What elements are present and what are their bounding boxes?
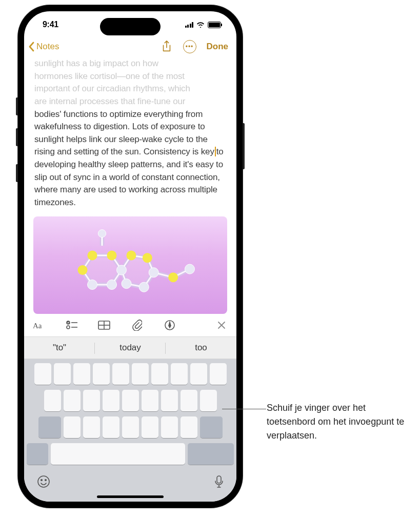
svg-point-13 (87, 280, 97, 289)
blank-key[interactable] (210, 363, 227, 385)
back-button[interactable]: Notes (28, 41, 59, 52)
keyboard-trackpad-mode[interactable] (24, 359, 236, 502)
suggestion-bar: "to" today too (24, 336, 236, 359)
blank-key[interactable] (200, 390, 217, 411)
svg-point-37 (45, 479, 47, 481)
svg-point-14 (126, 250, 136, 260)
nav-bar: Notes ••• Done (24, 38, 236, 57)
blank-shift-key[interactable] (38, 416, 61, 438)
text-cursor (215, 147, 216, 156)
blank-key[interactable] (142, 416, 158, 438)
blank-key[interactable] (103, 390, 119, 411)
svg-point-36 (41, 479, 43, 481)
back-label: Notes (36, 42, 59, 52)
checklist-icon (66, 321, 77, 330)
blank-key[interactable] (93, 363, 110, 385)
chevron-left-icon (28, 41, 35, 52)
suggestion-3[interactable]: too (166, 337, 236, 359)
svg-point-9 (87, 250, 97, 260)
blank-key[interactable] (190, 363, 207, 385)
blank-space-key[interactable] (51, 443, 185, 465)
kb-row-2 (27, 390, 234, 411)
suggestion-2[interactable]: today (95, 337, 166, 359)
note-attached-image[interactable] (33, 216, 227, 314)
blank-delete-key[interactable] (200, 416, 223, 438)
svg-rect-38 (217, 476, 221, 483)
status-icons (185, 22, 222, 28)
blank-key[interactable] (151, 363, 168, 385)
note-body[interactable]: sunlight has a big impact on how hormone… (24, 57, 236, 209)
molecule-graphic (43, 226, 217, 304)
kb-row-4 (27, 443, 234, 465)
blank-123-key[interactable] (27, 443, 48, 465)
blank-key[interactable] (64, 390, 81, 411)
kb-row-1 (27, 363, 234, 385)
suggestion-1[interactable]: "to" (24, 337, 95, 359)
share-icon (162, 41, 172, 53)
status-time: 9:41 (43, 20, 58, 29)
callout-text: Schuif je vinger over het toetsenbord om… (267, 401, 410, 443)
note-text-pre: bodies' functions to optimize everything… (34, 109, 214, 157)
blank-key[interactable] (122, 416, 139, 438)
blank-key[interactable] (54, 363, 71, 385)
dictation-button[interactable] (214, 475, 224, 490)
blank-key[interactable] (122, 390, 139, 411)
table-button[interactable] (97, 318, 111, 332)
svg-point-27 (67, 326, 70, 329)
svg-point-35 (38, 476, 49, 487)
blank-key[interactable] (181, 390, 197, 411)
text-format-icon: Aa (33, 320, 45, 330)
blank-key[interactable] (181, 416, 197, 438)
emoji-button[interactable] (37, 475, 50, 490)
ellipsis-icon: ••• (186, 43, 194, 50)
blank-key[interactable] (64, 416, 81, 438)
svg-point-16 (149, 267, 158, 277)
done-button[interactable]: Done (207, 42, 229, 52)
checklist-button[interactable] (65, 318, 78, 332)
kb-bottom-row (27, 470, 234, 491)
markup-button[interactable] (163, 318, 176, 332)
table-icon (98, 321, 110, 330)
kb-row-3 (27, 416, 234, 438)
phone-screen: 9:41 Notes (20, 7, 241, 506)
blank-key[interactable] (44, 390, 61, 411)
wifi-icon (196, 22, 205, 28)
blank-key[interactable] (34, 363, 51, 385)
blank-key[interactable] (142, 390, 158, 411)
close-icon (217, 321, 226, 329)
attachment-button[interactable] (130, 318, 144, 332)
blank-key[interactable] (103, 416, 119, 438)
phone-frame: 9:41 Notes (18, 5, 243, 508)
cellular-icon (185, 22, 194, 28)
pen-circle-icon (164, 320, 175, 331)
svg-point-18 (122, 279, 131, 288)
text-format-button[interactable]: Aa (32, 318, 46, 332)
home-indicator[interactable] (97, 495, 164, 498)
more-button[interactable]: ••• (183, 40, 196, 53)
svg-point-15 (143, 253, 152, 263)
blank-key[interactable] (171, 363, 188, 385)
svg-point-19 (168, 272, 178, 282)
share-button[interactable] (161, 41, 173, 53)
svg-point-20 (185, 264, 194, 274)
svg-point-17 (139, 282, 149, 292)
blank-key[interactable] (132, 363, 149, 385)
blank-key[interactable] (161, 390, 178, 411)
blank-key[interactable] (83, 390, 100, 411)
blank-key[interactable] (73, 363, 90, 385)
microphone-icon (214, 475, 224, 488)
note-faded-text: sunlight has a big impact on how hormone… (34, 57, 226, 108)
svg-text:Aa: Aa (33, 322, 42, 330)
svg-point-11 (116, 265, 126, 275)
blank-key[interactable] (83, 416, 100, 438)
svg-point-23 (98, 229, 106, 237)
format-toolbar: Aa (24, 314, 236, 336)
close-toolbar-button[interactable] (215, 318, 228, 332)
blank-key[interactable] (112, 363, 129, 385)
battery-icon (208, 22, 221, 28)
dynamic-island (100, 18, 161, 35)
blank-key[interactable] (161, 416, 178, 438)
svg-marker-0 (83, 255, 122, 285)
emoji-icon (37, 475, 50, 488)
blank-return-key[interactable] (188, 443, 234, 465)
